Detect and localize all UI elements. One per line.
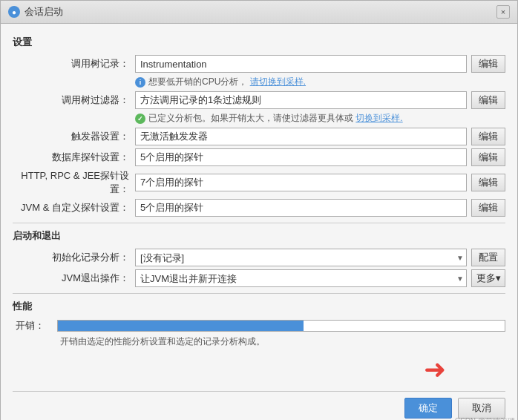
call-tree-value: Instrumentation: [135, 55, 467, 73]
http-probe-label: HTTP, RPC & JEE探针设置：: [13, 169, 135, 196]
title-bar: ● 会话启动 ×: [1, 1, 517, 24]
red-arrow-icon: ➜: [424, 354, 446, 385]
db-probe-label: 数据库探针设置：: [13, 151, 135, 164]
init-log-select[interactable]: [没有记录]: [135, 249, 467, 266]
startup-section-label: 启动和退出: [13, 229, 505, 243]
call-tree-hint-text: 想要低开销的CPU分析， 请切换到采样.: [148, 76, 306, 88]
trigger-value: 无激活触发发器: [135, 128, 467, 145]
overhead-label: 开销：: [13, 319, 57, 332]
call-filter-hint-text: 已定义分析包。如果开销太大，请使过滤器更具体或 切换到采样.: [148, 112, 403, 125]
trigger-edit-button[interactable]: 编辑: [471, 128, 505, 145]
dialog-body: 设置 调用树记录： Instrumentation 编辑 i 想要低开销的CPU…: [1, 24, 517, 420]
trigger-row: 触发器设置： 无激活触发发器 编辑: [13, 128, 505, 145]
close-button[interactable]: ×: [496, 5, 510, 19]
dialog-icon: ●: [8, 6, 20, 18]
jvm-exit-label: JVM退出操作：: [13, 272, 135, 285]
cancel-button[interactable]: 取消: [458, 398, 505, 419]
arrow-area: ➜: [13, 354, 505, 385]
http-probe-edit-button[interactable]: 编辑: [471, 174, 505, 191]
title-bar-left: ● 会话启动: [8, 5, 63, 19]
settings-section-label: 设置: [13, 36, 505, 49]
check-icon: ✓: [135, 114, 145, 124]
divider-1: [13, 223, 505, 223]
session-start-dialog: ● 会话启动 × 设置 调用树记录： Instrumentation 编辑 i …: [0, 0, 518, 420]
footer-buttons: 确定 取消: [13, 391, 505, 419]
call-tree-hint-row: i 想要低开销的CPU分析， 请切换到采样.: [135, 76, 505, 88]
jvm-probe-row: JVM & 自定义探针设置： 5个启用的探针 编辑: [13, 199, 505, 217]
dialog-title: 会话启动: [24, 5, 63, 19]
init-log-config-button[interactable]: 配置: [471, 249, 505, 266]
jvm-probe-value: 5个启用的探针: [135, 199, 467, 217]
call-filter-hint-row: ✓ 已定义分析包。如果开销太大，请使过滤器更具体或 切换到采样.: [135, 112, 505, 125]
perf-section-label: 性能: [13, 300, 505, 313]
http-probe-value: 7个启用的探针: [135, 174, 467, 191]
init-log-row: 初始化记录分析： [没有记录] ▼ 配置: [13, 249, 505, 266]
jvm-exit-more-button[interactable]: 更多▾: [471, 269, 505, 287]
overhead-row: 开销：: [13, 319, 505, 332]
call-filter-switch-link[interactable]: 切换到采样.: [355, 113, 402, 123]
info-icon: i: [135, 77, 145, 88]
http-probe-row: HTTP, RPC & JEE探针设置： 7个启用的探针 编辑: [13, 169, 505, 196]
overhead-progress-bar: [57, 320, 505, 332]
call-filter-row: 调用树过滤器： 方法调用记录的1条过滤规则 编辑: [13, 91, 505, 109]
call-tree-edit-button[interactable]: 编辑: [471, 55, 505, 73]
call-filter-edit-button[interactable]: 编辑: [471, 91, 505, 109]
divider-2: [13, 293, 505, 294]
db-probe-edit-button[interactable]: 编辑: [471, 148, 505, 166]
jvm-probe-edit-button[interactable]: 编辑: [471, 199, 505, 217]
perf-description: 开销由选定的性能分析设置和选定的记录分析构成。: [60, 335, 505, 348]
call-filter-value: 方法调用记录的1条过滤规则: [135, 91, 467, 109]
db-probe-value: 5个启用的探针: [135, 148, 467, 166]
watermark: CSDN @前端管理: [455, 416, 515, 420]
jvm-exit-select[interactable]: 让JVM退出并新开连接: [135, 269, 467, 287]
init-log-label: 初始化记录分析：: [13, 251, 135, 264]
trigger-label: 触发器设置：: [13, 130, 135, 143]
jvm-exit-row: JVM退出操作： 让JVM退出并新开连接 ▼ 更多▾: [13, 269, 505, 287]
call-tree-label: 调用树记录：: [13, 57, 135, 70]
call-tree-switch-link[interactable]: 请切换到采样.: [250, 76, 306, 87]
jvm-exit-select-wrap: 让JVM退出并新开连接 ▼: [135, 269, 467, 287]
overhead-progress-fill: [58, 321, 304, 331]
db-probe-row: 数据库探针设置： 5个启用的探针 编辑: [13, 148, 505, 166]
call-tree-row: 调用树记录： Instrumentation 编辑: [13, 55, 505, 73]
jvm-probe-label: JVM & 自定义探针设置：: [13, 201, 135, 214]
ok-button[interactable]: 确定: [404, 398, 452, 419]
init-log-select-wrap: [没有记录] ▼: [135, 249, 467, 266]
call-filter-label: 调用树过滤器：: [13, 93, 135, 107]
